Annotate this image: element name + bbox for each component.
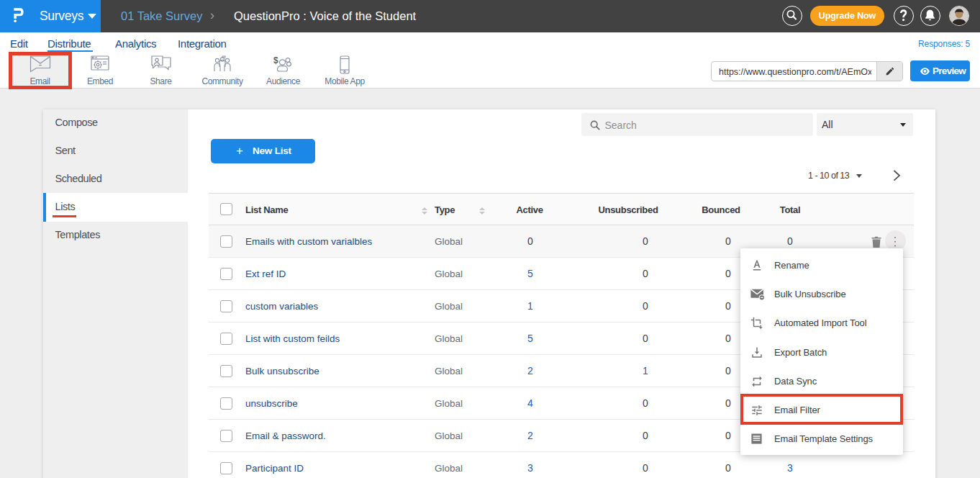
svg-text:$: $	[273, 55, 278, 66]
